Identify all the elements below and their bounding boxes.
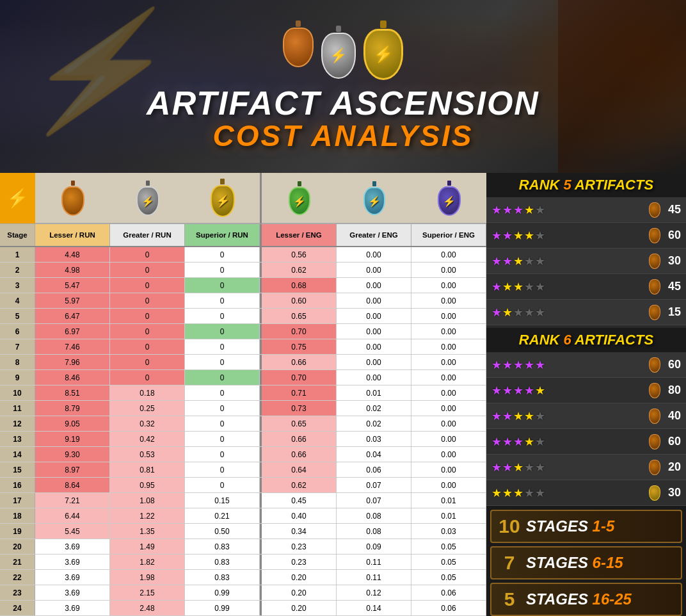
cell-superior-run: 0 — [185, 385, 260, 400]
stage-row: 7 STAGES 6-15 — [490, 546, 682, 580]
logo-cell: ⚡ — [0, 173, 35, 223]
cell-superior-eng: 0.05 — [411, 570, 486, 585]
artifact-count: 15 — [663, 305, 681, 319]
page-title-sub: COST ANALYSIS — [147, 120, 539, 152]
table-row: 8 7.96 0 0 0.66 0.00 0.00 — [0, 355, 486, 370]
cell-superior-run: 0 — [185, 401, 260, 416]
cell-superior-eng: 0.00 — [411, 401, 486, 416]
table-row: 10 8.51 0.18 0 0.71 0.01 0.00 — [0, 385, 486, 401]
cell-stage: 18 — [0, 508, 35, 523]
table-row: 18 6.44 1.22 0.21 0.40 0.08 0.01 — [0, 508, 486, 524]
cell-lesser-run: 6.44 — [35, 508, 110, 523]
potion-count-icon — [649, 279, 660, 295]
cell-lesser-eng: 0.20 — [262, 601, 337, 615]
cell-stage: 14 — [0, 447, 35, 462]
cell-stage: 12 — [0, 416, 35, 431]
potion-superior-icon: ⚡ — [363, 20, 403, 80]
cell-lesser-eng: 0.23 — [262, 555, 337, 569]
cell-stage: 11 — [0, 401, 35, 416]
star-icon: ★ — [535, 204, 545, 216]
star-icon: ★ — [513, 281, 523, 293]
star-icon: ★ — [535, 255, 545, 267]
star-icon: ★ — [524, 462, 534, 473]
star-icon: ★ — [491, 230, 502, 241]
cell-lesser-eng: 0.20 — [262, 570, 337, 585]
cell-greater-run: 0 — [110, 278, 185, 293]
data-table-section: ⚡ ⚡ — [0, 173, 486, 616]
artifact-row: ★★★★★ 30 — [486, 248, 686, 274]
logo-lightning-icon: ⚡ — [0, 173, 35, 223]
cell-superior-eng: 0.01 — [411, 508, 486, 523]
table-row: 14 9.30 0.53 0 0.66 0.04 0.00 — [0, 447, 486, 462]
cell-lesser-run: 9.19 — [35, 432, 110, 446]
star-icon: ★ — [513, 230, 523, 241]
stage-label: STAGES 6-15 — [526, 554, 623, 572]
cell-lesser-run: 7.96 — [35, 355, 110, 369]
cell-superior-eng: 0.00 — [411, 385, 486, 400]
star-icon: ★ — [502, 204, 513, 216]
cell-lesser-eng: 0.45 — [262, 493, 337, 508]
cell-lesser-run: 6.97 — [35, 324, 110, 339]
cell-greater-eng: 0.01 — [337, 385, 411, 400]
cell-stage: 22 — [0, 570, 35, 585]
cell-superior-eng: 0.00 — [411, 293, 486, 308]
star-icon: ★ — [502, 359, 513, 371]
star-icon: ★ — [513, 462, 523, 473]
cell-lesser-eng: 0.62 — [262, 263, 337, 277]
stage-row: 5 STAGES 16-25 — [490, 583, 682, 616]
star-icon: ★ — [502, 281, 513, 293]
star-icon: ★ — [502, 462, 513, 473]
cell-stage: 20 — [0, 539, 35, 554]
potion-count-icon — [649, 254, 660, 269]
cell-greater-eng: 0.07 — [337, 493, 411, 508]
cell-greater-run: 0.32 — [110, 416, 185, 431]
cell-superior-eng: 0.00 — [411, 339, 486, 354]
artifact-count: 40 — [663, 409, 681, 423]
cell-superior-run: 0 — [185, 247, 260, 262]
icon-superior-run: ⚡ — [185, 173, 260, 223]
star-icon: ★ — [502, 487, 513, 499]
cell-greater-run: 0 — [110, 355, 185, 369]
cell-greater-run: 0.42 — [110, 432, 185, 446]
star-icon: ★ — [535, 307, 545, 318]
cell-lesser-run: 5.45 — [35, 524, 110, 539]
cell-superior-eng: 0.00 — [411, 263, 486, 277]
cell-greater-eng: 0.06 — [337, 462, 411, 477]
cell-greater-eng: 0.00 — [337, 355, 411, 369]
col-lesser-run: Lesser / RUN — [35, 224, 110, 246]
cell-superior-run: 0 — [185, 293, 260, 308]
cell-greater-run: 1.49 — [110, 539, 185, 554]
cell-lesser-run: 5.47 — [35, 278, 110, 293]
table-row: 16 8.64 0.95 0 0.62 0.07 0.00 — [0, 478, 486, 493]
star-icon: ★ — [524, 385, 534, 396]
cell-superior-eng: 0.00 — [411, 447, 486, 462]
table-row: 9 8.46 0 0 0.70 0.00 0.00 — [0, 370, 486, 385]
star-icon: ★ — [502, 385, 513, 396]
cell-superior-run: 0 — [185, 278, 260, 293]
star-icon: ★ — [491, 385, 502, 396]
table-row: 7 7.46 0 0 0.75 0.00 0.00 — [0, 339, 486, 355]
table-row: 22 3.69 1.98 0.83 0.20 0.11 0.05 — [0, 570, 486, 585]
col-greater-eng: Greater / ENG — [337, 224, 411, 246]
cell-stage: 6 — [0, 324, 35, 339]
stage-number: 10 — [498, 515, 521, 537]
potion-greater-icon: ⚡ — [321, 26, 356, 80]
star-icon: ★ — [502, 307, 513, 318]
cell-lesser-run: 8.46 — [35, 370, 110, 385]
cell-greater-eng: 0.03 — [337, 432, 411, 446]
table-body: 1 4.48 0 0 0.56 0.00 0.00 2 4.98 0 0 0.6… — [0, 247, 486, 616]
star-icon: ★ — [491, 487, 502, 499]
table-row: 11 8.79 0.25 0 0.73 0.02 0.00 — [0, 401, 486, 416]
cell-lesser-eng: 0.60 — [262, 293, 337, 308]
cell-superior-eng: 0.00 — [411, 324, 486, 339]
rank5-title: RANK 5 ARTIFACTS — [486, 173, 686, 197]
table-row: 21 3.69 1.82 0.83 0.23 0.11 0.05 — [0, 555, 486, 570]
artifact-row: ★★★★★ 40 — [486, 403, 686, 429]
star-icon: ★ — [491, 307, 502, 318]
potion-count-icon — [649, 409, 660, 424]
cell-lesser-eng: 0.64 — [262, 462, 337, 477]
icon-header-row: ⚡ ⚡ — [0, 173, 486, 224]
cell-lesser-eng: 0.66 — [262, 447, 337, 462]
cell-lesser-eng: 0.20 — [262, 585, 337, 600]
artifact-count: 60 — [663, 435, 681, 448]
